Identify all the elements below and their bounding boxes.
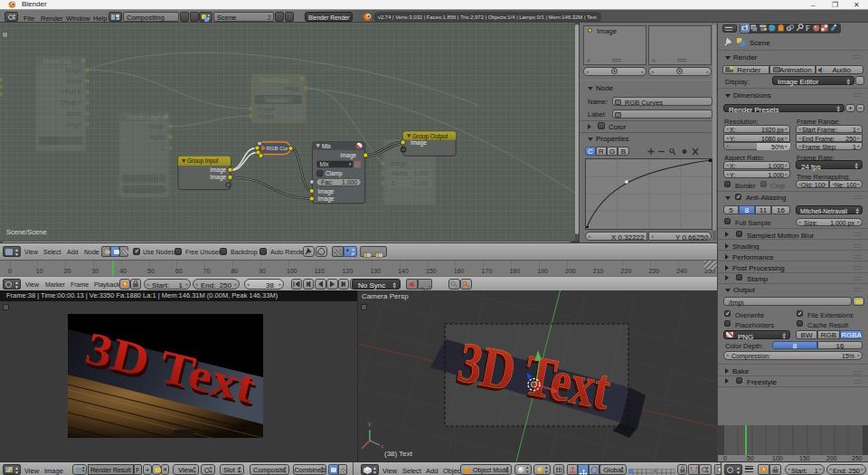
svg-text:Offset Y: Offset Y xyxy=(61,100,82,106)
svg-text:Image: Image xyxy=(318,188,335,195)
svg-text:Z:: Z: xyxy=(392,180,397,186)
svg-text:Image: Image xyxy=(258,113,274,120)
svg-text:Image: Image xyxy=(284,85,300,92)
svg-text:Image: Image xyxy=(148,123,165,130)
svg-text:0: 0 xyxy=(723,455,727,461)
svg-text:150: 150 xyxy=(799,455,810,461)
svg-text:Movie Clip: Movie Clip xyxy=(43,58,71,65)
svg-text:Mix: Mix xyxy=(322,143,332,149)
svg-text:Image: Image xyxy=(65,67,81,74)
svg-text:Scale: Scale xyxy=(67,110,82,117)
svg-text:1.000: 1.000 xyxy=(414,180,429,186)
svg-text:Image: Image xyxy=(391,160,407,167)
svg-text:250: 250 xyxy=(852,455,863,461)
svg-text:Y: Y xyxy=(368,422,373,428)
svg-text:Offset X: Offset X xyxy=(61,89,82,95)
svg-text:Image: Image xyxy=(340,152,356,159)
svg-text:100: 100 xyxy=(772,455,783,461)
svg-text:Alpha:: Alpha: xyxy=(392,170,409,177)
svg-text:NodeGroup: NodeGroup xyxy=(259,77,290,84)
svg-text:Image: Image xyxy=(258,106,274,113)
svg-text:Image: Image xyxy=(210,166,226,174)
svg-text:Alpha: Alpha xyxy=(66,78,81,85)
svg-text:x: x xyxy=(381,443,384,450)
svg-text:Image: Image xyxy=(210,174,226,181)
svg-text:Group Input: Group Input xyxy=(187,157,219,165)
svg-text:Image: Image xyxy=(318,195,335,203)
svg-text:F: F xyxy=(806,24,810,33)
svg-text:Clamp: Clamp xyxy=(326,170,343,177)
svg-text:Mix: Mix xyxy=(320,161,330,167)
svg-text:1.000: 1.000 xyxy=(414,170,429,176)
svg-text:200: 200 xyxy=(826,455,837,461)
svg-text:Fac:: Fac: xyxy=(321,179,333,185)
svg-text:NodeGro: NodeGro xyxy=(267,98,289,103)
svg-text:Alpha: Alpha xyxy=(149,134,165,141)
svg-text:Render Layers: Render Layers xyxy=(127,114,165,121)
svg-text:1.000: 1.000 xyxy=(342,179,357,185)
svg-text:Angle: Angle xyxy=(66,121,81,128)
svg-text:50: 50 xyxy=(747,455,754,461)
svg-text:RGB Cur: RGB Cur xyxy=(267,146,288,151)
svg-text:Image: Image xyxy=(410,139,427,147)
svg-text:Z: Z xyxy=(161,145,165,151)
